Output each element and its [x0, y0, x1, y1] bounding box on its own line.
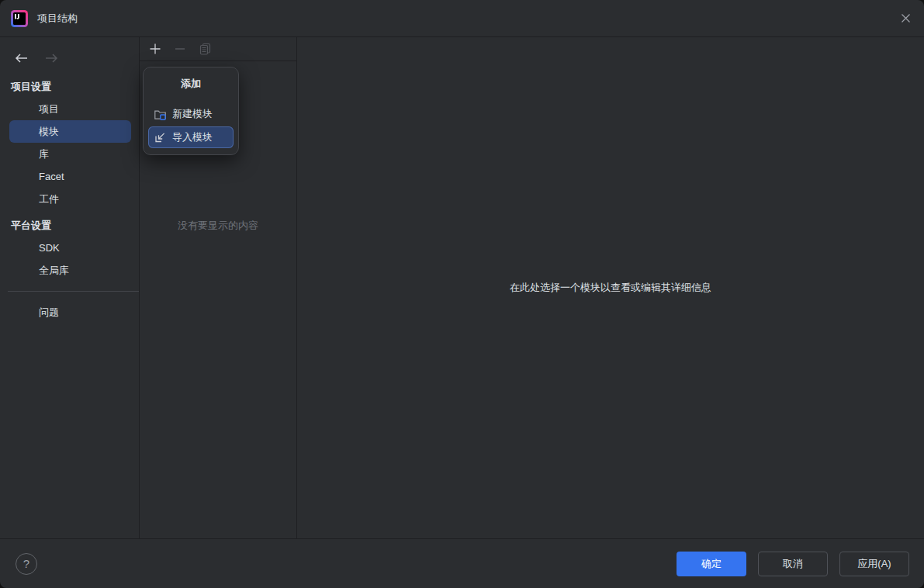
new-folder-icon [154, 108, 167, 121]
import-arrow-icon [154, 131, 167, 144]
minus-icon[interactable] [171, 40, 189, 58]
sidebar-item-facets[interactable]: Facet [9, 165, 131, 188]
sidebar-item-project[interactable]: 项目 [9, 98, 131, 120]
section-platform-settings: 平台设置 [0, 215, 139, 237]
sidebar-item-artifacts[interactable]: 工件 [9, 188, 131, 210]
modules-empty-text: 没有要显示的内容 [140, 219, 296, 233]
project-structure-dialog: 项目结构 项目设置 项目 [0, 0, 924, 588]
menu-item-label: 新建模块 [172, 107, 213, 121]
dialog-content: 项目设置 项目 模块 库 Facet 工件 平台设置 SDK 全局库 问题 [0, 37, 924, 538]
sidebar-separator [8, 291, 139, 292]
cancel-button[interactable]: 取消 [758, 552, 828, 576]
history-nav [0, 47, 139, 70]
add-popup-menu: 添加 新建模块 导入模块 [143, 67, 239, 155]
plus-icon[interactable] [146, 40, 164, 58]
window-title: 项目结构 [37, 12, 78, 26]
modules-toolbar [140, 37, 296, 61]
detail-placeholder-text: 在此处选择一个模块以查看或编辑其详细信息 [510, 281, 711, 295]
copy-icon[interactable] [196, 40, 214, 58]
back-icon[interactable] [12, 49, 31, 67]
dialog-footer: ? 确定 取消 应用(A) [0, 538, 924, 588]
intellij-idea-logo [11, 10, 28, 27]
sidebar-item-global-libraries[interactable]: 全局库 [9, 259, 131, 282]
question-circle-icon[interactable]: ? [16, 553, 37, 575]
close-icon[interactable] [887, 0, 924, 36]
footer-buttons: 确定 取消 应用(A) [677, 552, 909, 576]
ok-button[interactable]: 确定 [677, 552, 746, 576]
sidebar-item-libraries[interactable]: 库 [9, 143, 131, 165]
forward-icon[interactable] [42, 49, 61, 67]
sidebar-item-problems[interactable]: 问题 [9, 301, 131, 323]
module-detail-panel: 在此处选择一个模块以查看或编辑其详细信息 [297, 37, 924, 538]
settings-sidebar: 项目设置 项目 模块 库 Facet 工件 平台设置 SDK 全局库 问题 [0, 37, 140, 538]
section-project-settings: 项目设置 [0, 76, 139, 98]
sidebar-item-sdks[interactable]: SDK [9, 237, 131, 259]
sidebar-item-modules[interactable]: 模块 [9, 120, 131, 143]
menu-item-import-module[interactable]: 导入模块 [148, 126, 234, 148]
apply-button[interactable]: 应用(A) [839, 552, 909, 576]
title-bar: 项目结构 [0, 0, 924, 37]
menu-item-new-module[interactable]: 新建模块 [148, 103, 234, 125]
menu-item-label: 导入模块 [172, 130, 213, 144]
help-glyph: ? [23, 557, 29, 570]
popup-title: 添加 [148, 72, 234, 103]
